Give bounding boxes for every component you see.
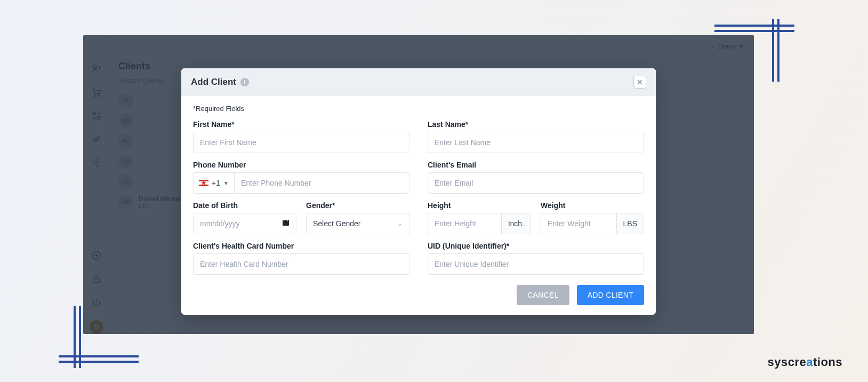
brand-post: tions — [813, 355, 842, 369]
country-code-selector[interactable]: +1 ▼ — [193, 172, 234, 194]
dob-label: Date of Birth — [193, 201, 296, 210]
modal-header: Add Client i ✕ — [181, 68, 656, 96]
modal-body: *Required Fields First Name* Last Name* … — [181, 96, 656, 277]
phone-input[interactable] — [234, 172, 409, 194]
brand-logo: syscreations — [767, 355, 842, 369]
add-client-button[interactable]: ADD CLIENT — [577, 285, 644, 305]
brand-accent: a — [806, 355, 813, 369]
health-card-input[interactable] — [193, 253, 409, 275]
close-button[interactable]: ✕ — [633, 76, 646, 89]
close-icon: ✕ — [637, 78, 643, 86]
email-label: Client's Email — [428, 161, 644, 169]
height-label: Height — [428, 201, 531, 210]
weight-unit: LBS — [616, 213, 644, 234]
chevron-down-icon: ⌄ — [397, 220, 403, 227]
dial-code: +1 — [212, 179, 220, 187]
first-name-label: First Name* — [193, 120, 409, 129]
last-name-label: Last Name* — [428, 120, 644, 129]
weight-input[interactable] — [541, 213, 616, 234]
dob-input[interactable] — [193, 213, 296, 234]
app-window: ≡ Demo ▾ D Clients Search Clients IS AS … — [83, 35, 754, 334]
height-input[interactable] — [428, 213, 501, 234]
weight-label: Weight — [541, 201, 644, 210]
email-input[interactable] — [428, 172, 644, 194]
cancel-button[interactable]: CANCEL — [517, 285, 569, 305]
canada-flag-icon — [199, 180, 208, 186]
last-name-input[interactable] — [428, 132, 644, 153]
first-name-input[interactable] — [193, 132, 409, 153]
gender-select[interactable]: Select Gender ⌄ — [306, 213, 409, 234]
uid-label: UID (Unique Identifier)* — [428, 242, 644, 250]
phone-label: Phone Number — [193, 161, 409, 169]
height-unit: Inch. — [501, 213, 531, 234]
add-client-modal: Add Client i ✕ *Required Fields First Na… — [181, 68, 656, 315]
uid-input[interactable] — [428, 253, 644, 275]
modal-title-wrap: Add Client i — [191, 77, 249, 87]
required-fields-note: *Required Fields — [193, 105, 644, 113]
brand-pre: syscre — [767, 355, 806, 369]
gender-label: Gender* — [306, 201, 409, 210]
modal-backdrop: Add Client i ✕ *Required Fields First Na… — [83, 35, 754, 334]
gender-placeholder: Select Gender — [313, 219, 361, 228]
chevron-down-icon: ▼ — [223, 180, 229, 186]
modal-title: Add Client — [191, 77, 236, 87]
info-icon[interactable]: i — [240, 78, 249, 86]
health-card-label: Client's Health Card Number — [193, 242, 409, 250]
modal-footer: CANCEL ADD CLIENT — [181, 277, 656, 315]
